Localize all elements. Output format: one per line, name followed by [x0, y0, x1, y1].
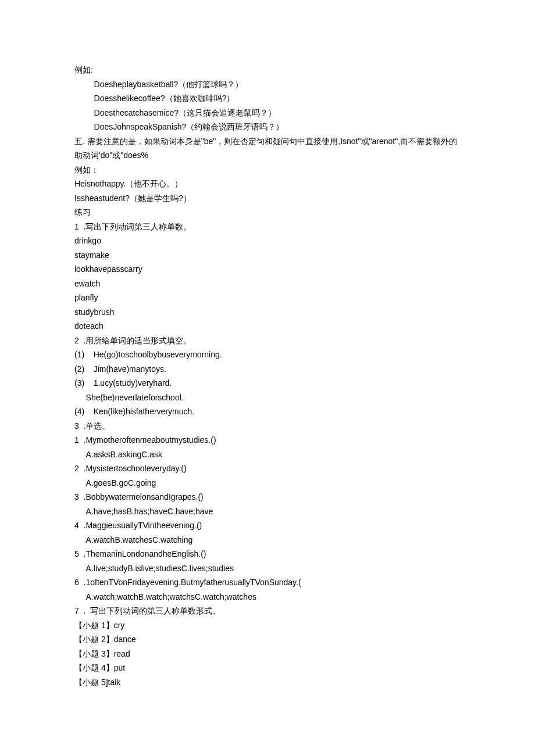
text-line: (1) He(go)toschoolbybuseverymorning. [74, 347, 461, 362]
text-line: A.live;studyB.islive;studiesC.lives;stud… [74, 561, 461, 576]
text-line: 例如: [74, 63, 461, 77]
text-line: 6 .1oftenTVonFridayevening.Butmyfatherus… [74, 575, 461, 590]
document-page: 例如:Doesheplaybasketball?（他打篮球吗？）Doesshel… [0, 0, 535, 756]
text-line: (2) Jim(have)manytoys. [74, 362, 461, 377]
text-line: 【小题 4】put [74, 661, 461, 675]
text-line: A.watch;watchB.watch;watchsC.watch;watch… [74, 590, 461, 604]
text-line: Doesshelikecoffee?（她喜欢咖啡吗?） [74, 91, 461, 106]
text-line: (3) 1.ucy(study)veryhard. [74, 376, 461, 390]
text-line: A.watchB.watchesC.watching [74, 533, 461, 547]
text-line: 3 .BobbywatermelonsandIgrapes.() [74, 490, 461, 504]
text-line: 7 . 写出下列动词的第三人称单数形式。 [74, 604, 461, 618]
text-line: Doesthecatchasemice?（这只猫会追逐老鼠吗？） [74, 106, 461, 120]
text-line: 4 .MaggieusuallyTVintheevening.() [74, 518, 461, 533]
text-line: Heisnothappy.（他不开心。） [74, 177, 461, 191]
text-line: 例如： [74, 163, 461, 177]
text-line: lookhavepasscarry [74, 262, 461, 277]
text-line: 3 .单选。 [74, 419, 461, 433]
text-line: 五. 需要注意的是，如果动词本身是"be"，则在否定句和疑问句中直接使用,Isn… [74, 134, 461, 163]
text-line: 【小题 1】cry [74, 618, 461, 633]
text-line: ewatch [74, 277, 461, 291]
text-line: 2 .Mysistertoschooleveryday.() [74, 461, 461, 476]
text-line: 【小题 3】read [74, 647, 461, 661]
text-line: 1 .Mymotheroftenmeaboutmystudies.() [74, 433, 461, 447]
text-line: 练习 [74, 205, 461, 220]
text-line: 1 .写出下列动词第三人称单数。 [74, 220, 461, 234]
text-line: Doesheplaybasketball?（他打篮球吗？） [74, 77, 461, 92]
text-line: A.goesB.goC.going [74, 476, 461, 490]
text-line: DoesJohnspeakSpanish?（约翰会说西班牙语吗？） [74, 120, 461, 134]
document-body: 例如:Doesheplaybasketball?（他打篮球吗？）Doesshel… [74, 63, 461, 689]
text-line: planfly [74, 291, 461, 305]
text-line: doteach [74, 319, 461, 334]
text-line: 5 .ThemaninLondonandheEnglish.() [74, 547, 461, 561]
text-line: 【小题 5]talk [74, 675, 461, 690]
text-line: A.asksB.askingC.ask [74, 447, 461, 462]
text-line: 【小题 2】dance [74, 632, 461, 647]
text-line: She(be)neverlateforschool. [74, 390, 461, 405]
text-line: staymake [74, 248, 461, 263]
text-line: studybrush [74, 305, 461, 320]
text-line: (4) Ken(like)hisfatherverymuch. [74, 404, 461, 419]
text-line: 2 .用所给单词的适当形式填空。 [74, 334, 461, 348]
text-line: A.have;hasB.has;haveC.have;have [74, 504, 461, 519]
text-line: drinkgo [74, 234, 461, 248]
text-line: Issheastudent?（她是学生吗?） [74, 191, 461, 206]
